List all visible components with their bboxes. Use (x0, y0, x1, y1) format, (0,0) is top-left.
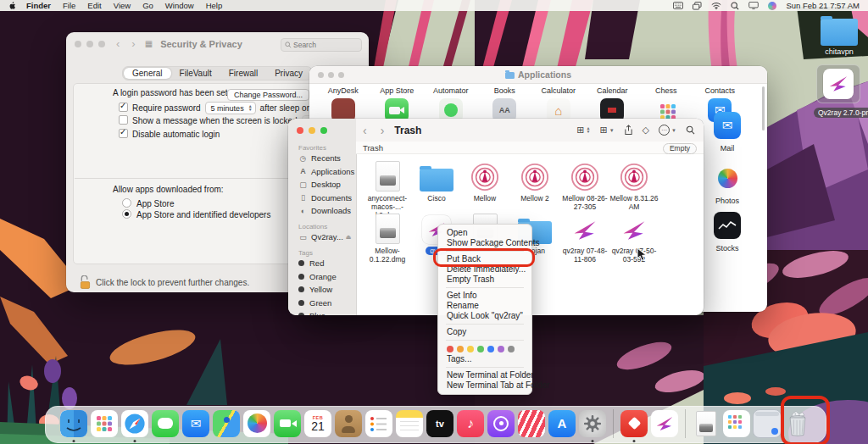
tag-purple-icon[interactable] (498, 346, 504, 352)
app-label[interactable]: Automator (424, 86, 478, 95)
dock-system-preferences[interactable] (578, 409, 607, 438)
search-icon[interactable] (686, 125, 695, 135)
zoom-button[interactable] (320, 127, 327, 134)
sidebar-tag-blue[interactable]: Blue (298, 311, 356, 315)
dock-maps[interactable] (212, 409, 241, 438)
app-item-photos[interactable]: Photos (702, 164, 753, 205)
file-cisco-folder[interactable]: Cisco (411, 159, 462, 203)
app-label[interactable]: Chess (639, 86, 693, 95)
app-label[interactable]: Calendar (586, 86, 640, 95)
dock-music[interactable] (456, 409, 485, 438)
sidebar-item-qv2ray-volume[interactable]: ▭Qv2ray...⏏ (298, 232, 356, 241)
desktop-icon-qv2ray[interactable]: Qv2ray 2.7.0-pre2 (814, 64, 863, 119)
file-mellow-08[interactable]: Mellow 08-26-27-305 (559, 159, 610, 211)
minimize-button[interactable] (309, 127, 315, 134)
security-search-field[interactable] (281, 38, 362, 52)
empty-trash-button[interactable]: Empty (663, 143, 697, 154)
sidebar-item-applications[interactable]: AApplications (298, 167, 356, 176)
tag-red-icon[interactable] (447, 346, 453, 352)
app-label[interactable]: AnyDesk (316, 86, 370, 95)
tag-orange-icon[interactable] (457, 346, 464, 352)
app-item-stocks[interactable]: Stocks (702, 212, 753, 253)
close-button[interactable] (75, 41, 81, 47)
tab-general[interactable]: General (124, 68, 171, 79)
dock-minimized-window[interactable] (753, 409, 782, 438)
search-input[interactable] (292, 40, 354, 50)
zoom-button[interactable] (98, 41, 105, 47)
menu-item-show-package-contents[interactable]: Show Package Contents (438, 238, 531, 248)
dock-notes[interactable] (395, 409, 424, 438)
sidebar-item-documents[interactable]: ▯Documents (298, 193, 356, 203)
tab-filevault[interactable]: FileVault (171, 68, 220, 79)
menu-file[interactable]: File (63, 1, 75, 10)
dock-app-store[interactable] (548, 409, 576, 438)
close-button[interactable] (297, 127, 303, 134)
disable-auto-login-checkbox[interactable] (119, 129, 128, 138)
file-mellow-831[interactable]: Mellow 8.31.26 AM (609, 159, 659, 211)
sidebar-item-desktop[interactable]: ▢Desktop (298, 180, 356, 189)
app-item-mail[interactable]: Mail (702, 112, 753, 153)
menu-item-rename[interactable]: Rename (438, 301, 531, 311)
dock-photos[interactable] (242, 409, 271, 438)
menu-view[interactable]: View (114, 1, 131, 10)
tag-green-icon[interactable] (477, 346, 484, 352)
tab-privacy[interactable]: Privacy (266, 68, 311, 79)
file-qv2ray-0750[interactable]: qv2ray 07-50-03-592 (609, 212, 659, 264)
eject-icon[interactable]: ⏏ (346, 234, 352, 241)
sidebar-tag-red[interactable]: Red (298, 258, 356, 268)
dock-anydesk[interactable] (620, 409, 648, 438)
menu-item-new-terminal-tab[interactable]: New Terminal Tab at Folder (438, 380, 531, 391)
unlocked-padlock-icon[interactable] (80, 275, 91, 290)
siri-icon[interactable] (768, 2, 776, 10)
menu-help[interactable]: Help (206, 1, 223, 10)
tag-yellow-icon[interactable] (467, 346, 474, 352)
minimize-button[interactable] (86, 41, 93, 47)
app-label[interactable]: Calculator (531, 86, 586, 95)
dock-finder[interactable] (59, 409, 88, 438)
stacked-windows-icon[interactable] (693, 2, 702, 10)
dock-calendar[interactable]: FEB21 (303, 409, 332, 438)
file-mellow-dmg[interactable]: Mellow-0.1.22.dmg (362, 212, 413, 264)
back-icon[interactable]: ‹ (363, 125, 367, 136)
menu-item-tags[interactable]: Tags... (438, 354, 531, 364)
sidebar-item-recents[interactable]: ◷Recents (298, 153, 356, 163)
dock-qv2ray[interactable] (650, 409, 679, 438)
app-label[interactable]: Books (478, 86, 532, 95)
dock-launchpad[interactable] (90, 409, 119, 438)
file-mellow-2[interactable]: Mellow 2 (509, 159, 560, 203)
desktop-icon-chitavpn[interactable]: chitavpn (815, 19, 863, 56)
app-label[interactable]: Contacts (693, 86, 748, 95)
menu-item-new-terminal[interactable]: New Terminal at Folder (438, 370, 531, 380)
menu-item-quick-look[interactable]: Quick Look "qv2ray" (438, 311, 531, 321)
dock-downloads-stack[interactable] (722, 409, 751, 438)
change-password-button[interactable]: Change Password... (227, 89, 309, 101)
dock-facetime[interactable] (273, 409, 302, 438)
dock-reminders[interactable] (364, 409, 393, 438)
dock-safari[interactable] (120, 409, 149, 438)
group-view-icon[interactable]: ⊞▼ (599, 125, 614, 135)
menu-item-empty-trash[interactable]: Empty Trash (438, 275, 531, 285)
dock-mail[interactable] (181, 409, 210, 438)
file-anyconnect-dmg[interactable]: anyconnect-macos-...-k9.dmg (362, 159, 413, 219)
dock-messages[interactable] (151, 409, 180, 438)
file-mellow[interactable]: Mellow (459, 159, 510, 203)
require-password-dropdown[interactable]: 5 minutes▲▼ (205, 102, 256, 114)
menu-finder[interactable]: Finder (26, 1, 51, 10)
show-message-checkbox[interactable] (119, 115, 128, 125)
dock-tv[interactable] (426, 409, 454, 438)
sidebar-tag-orange[interactable]: Orange (298, 272, 356, 281)
scrollbar[interactable] (762, 86, 765, 130)
wifi-icon[interactable] (711, 2, 721, 9)
menu-item-get-info[interactable]: Get Info (438, 291, 531, 301)
dock-news[interactable] (517, 409, 546, 438)
apple-menu[interactable] (8, 1, 16, 10)
sidebar-tag-green[interactable]: Green (298, 298, 356, 308)
menu-item-copy[interactable]: Copy (438, 327, 531, 337)
forward-icon[interactable]: › (131, 38, 135, 49)
dock-podcasts[interactable] (487, 409, 515, 438)
tag-icon[interactable]: ◇ (643, 125, 649, 135)
tag-blue-icon[interactable] (487, 346, 494, 352)
display-icon[interactable] (748, 2, 759, 9)
radio-identified-developers[interactable] (122, 209, 131, 219)
dock-contacts[interactable] (334, 409, 363, 438)
